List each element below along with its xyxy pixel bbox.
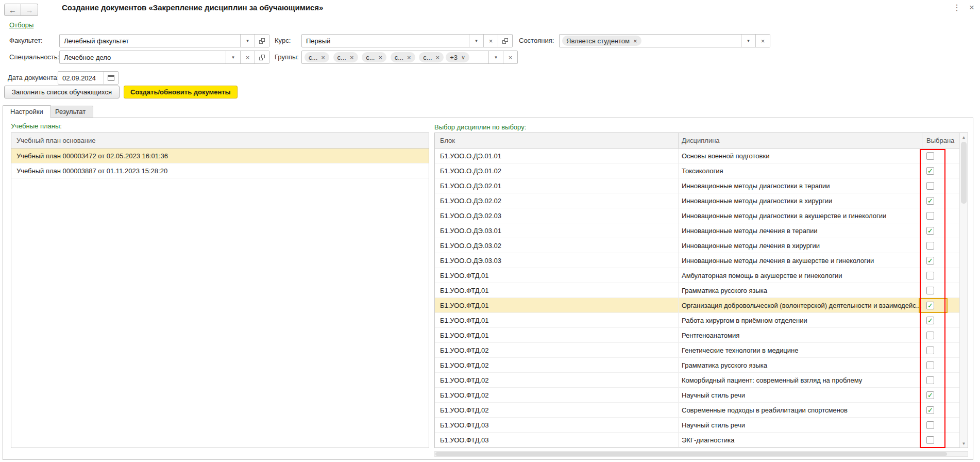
discipline-checkbox[interactable] [926, 302, 934, 309]
discipline-checkbox[interactable] [926, 182, 934, 190]
specialty-open-button[interactable] [255, 51, 269, 63]
discipline-checkbox[interactable] [926, 317, 934, 324]
discipline-checkbox[interactable] [926, 152, 934, 160]
checked-cell [922, 403, 959, 417]
plan-row[interactable]: Учебный план 000003887 от 01.11.2023 15:… [11, 163, 429, 178]
scrollbar-up-icon[interactable]: ▲ [960, 133, 968, 141]
discipline-checkbox[interactable] [926, 257, 934, 265]
discipline-checkbox[interactable] [926, 167, 934, 175]
tag-remove-icon[interactable]: × [350, 54, 354, 61]
group-tag[interactable]: с... × [305, 52, 329, 62]
discipline-checkbox[interactable] [926, 361, 934, 369]
discipline-row[interactable]: Б1.УОО.ФТД.01 Организация добровольческо… [435, 298, 959, 313]
specialty-field[interactable]: Лечебное дело ▾ × [59, 51, 269, 64]
discipline-row[interactable]: Б1.УОО.ФТД.02 Грамматика русского языка [435, 358, 959, 373]
faculty-open-button[interactable] [255, 35, 269, 47]
discipline-checkbox[interactable] [926, 227, 934, 235]
course-field[interactable]: Первый ▾ × [301, 34, 513, 47]
discipline-row[interactable]: Б1.УОО.ФТД.02 Коморбидный пациент: совре… [435, 373, 959, 388]
plans-table-header[interactable]: Учебный план основание [11, 133, 429, 148]
checked-cell [922, 253, 959, 268]
groups-more-tag[interactable]: +3 ∨ [446, 52, 469, 62]
fill-list-button[interactable]: Заполнить список обучающихся [4, 86, 120, 98]
tag-remove-icon[interactable]: × [633, 37, 637, 45]
group-tag[interactable]: с... × [419, 52, 444, 62]
groups-clear-button[interactable]: × [503, 51, 517, 63]
discipline-checkbox[interactable] [926, 346, 934, 354]
course-clear-button[interactable]: × [483, 35, 498, 47]
tab-result[interactable]: Результат [47, 106, 93, 118]
forward-button[interactable]: → [21, 4, 38, 16]
vertical-scrollbar[interactable]: ▲ ▼ [959, 133, 968, 448]
specialty-dropdown-button[interactable]: ▾ [226, 51, 240, 63]
tag-remove-icon[interactable]: × [436, 54, 440, 61]
block-cell: Б1.УОО.О.ДЭ.03.03 [435, 253, 679, 268]
states-clear-button[interactable]: × [755, 35, 770, 47]
calendar-button[interactable] [104, 72, 118, 84]
scrollbar-down-icon[interactable]: ▼ [960, 439, 968, 448]
states-field[interactable]: Является студентом × ▾ × [559, 34, 770, 47]
filters-link[interactable]: Отборы [9, 21, 33, 29]
discipline-checkbox[interactable] [926, 376, 934, 384]
discipline-row[interactable]: Б1.УОО.О.ДЭ.02.02 Инновационные методы д… [435, 193, 959, 208]
discipline-checkbox[interactable] [926, 332, 934, 339]
discipline-row[interactable]: Б1.УОО.ФТД.02 Современные подходы в реаб… [435, 403, 959, 418]
groups-dropdown-button[interactable]: ▾ [488, 51, 503, 63]
faculty-field[interactable]: Лечебный факультет ▾ [59, 34, 269, 47]
discipline-row[interactable]: Б1.УОО.О.ДЭ.01.01 Основы военной подгото… [435, 148, 959, 163]
discipline-row[interactable]: Б1.УОО.ФТД.01 Рентгеноанатомия [435, 328, 959, 343]
back-arrow-icon: ← [9, 6, 16, 14]
discipline-checkbox[interactable] [926, 212, 934, 220]
course-open-button[interactable] [498, 35, 512, 47]
horizontal-scrollbar[interactable] [434, 451, 968, 457]
specialty-clear-button[interactable]: × [240, 51, 255, 63]
discipline-row[interactable]: Б1.УОО.ФТД.03 ЭКГ-диагностика [435, 433, 959, 448]
group-tag[interactable]: с... × [362, 52, 386, 62]
disciplines-table-header[interactable]: Блок Дисциплина Выбрана [435, 133, 959, 148]
tag-remove-icon[interactable]: × [407, 54, 411, 61]
block-cell: Б1.УОО.О.ДЭ.01.01 [435, 148, 679, 163]
discipline-checkbox[interactable] [926, 272, 934, 279]
groups-field[interactable]: с... × с... × с... × с... × с... × +3 ∨ … [301, 51, 518, 64]
discipline-row[interactable]: Б1.УОО.ФТД.02 Научный стиль речи [435, 388, 959, 403]
discipline-cell: Научный стиль речи [679, 388, 922, 402]
kebab-menu-icon[interactable]: ⋮ [952, 3, 961, 12]
tab-settings[interactable]: Настройки [3, 105, 51, 118]
state-tag[interactable]: Является студентом × [562, 36, 641, 46]
discipline-checkbox[interactable] [926, 287, 934, 294]
checked-cell [922, 388, 959, 402]
discipline-row[interactable]: Б1.УОО.О.ДЭ.02.03 Инновационные методы д… [435, 208, 959, 223]
discipline-row[interactable]: Б1.УОО.ФТД.01 Работа хирургом в приёмном… [435, 313, 959, 328]
settings-tab-panel: Учебные планы: Учебный план основание Уч… [3, 118, 973, 460]
horizontal-scrollbar-thumb[interactable] [435, 452, 947, 456]
faculty-dropdown-button[interactable]: ▾ [240, 35, 255, 47]
close-icon[interactable]: × [967, 3, 977, 13]
discipline-checkbox[interactable] [926, 197, 934, 205]
group-tag[interactable]: с... × [391, 52, 415, 62]
discipline-checkbox[interactable] [926, 406, 934, 414]
tag-remove-icon[interactable]: × [321, 54, 325, 61]
scrollbar-thumb[interactable] [961, 142, 967, 204]
discipline-row[interactable]: Б1.УОО.ФТД.01 Амбулаторная помощь в акуш… [435, 268, 959, 283]
discipline-row[interactable]: Б1.УОО.О.ДЭ.03.02 Инновационные методы л… [435, 238, 959, 253]
plan-row[interactable]: Учебный план 000003472 от 02.05.2023 16:… [11, 148, 429, 163]
discipline-row[interactable]: Б1.УОО.О.ДЭ.03.01 Инновационные методы л… [435, 223, 959, 238]
group-tag[interactable]: с... × [333, 52, 358, 62]
discipline-row[interactable]: Б1.УОО.О.ДЭ.01.02 Токсикология [435, 163, 959, 178]
discipline-row[interactable]: Б1.УОО.ФТД.02 Генетические технологии в … [435, 343, 959, 358]
discipline-row[interactable]: Б1.УОО.О.ДЭ.03.03 Инновационные методы л… [435, 253, 959, 268]
discipline-row[interactable]: Б1.УОО.ФТД.01 Грамматика русского языка [435, 283, 959, 298]
create-update-documents-button[interactable]: Создать/обновить документы [124, 86, 238, 98]
discipline-checkbox[interactable] [926, 436, 934, 444]
discipline-row[interactable]: Б1.УОО.О.ДЭ.02.01 Инновационные методы д… [435, 178, 959, 193]
discipline-checkbox[interactable] [926, 391, 934, 399]
discipline-row[interactable]: Б1.УОО.ФТД.03 Научный стиль речи [435, 418, 959, 433]
discipline-checkbox[interactable] [926, 242, 934, 250]
back-button[interactable]: ← [4, 4, 21, 16]
faculty-label: Факультет: [9, 34, 43, 47]
tag-remove-icon[interactable]: × [378, 54, 382, 61]
document-date-field[interactable]: 02.09.2024 [58, 71, 119, 85]
discipline-checkbox[interactable] [926, 421, 934, 429]
states-dropdown-button[interactable]: ▾ [741, 35, 755, 47]
course-dropdown-button[interactable]: ▾ [469, 35, 483, 47]
